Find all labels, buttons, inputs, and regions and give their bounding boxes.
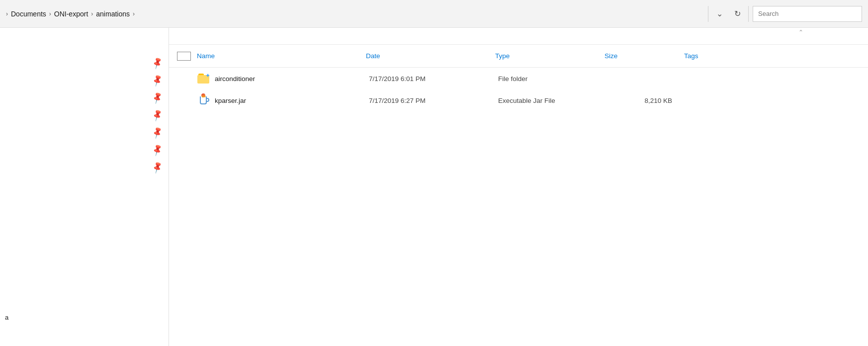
file-rows: ✦ airconditioner 7/17/2019 6:01 PM File … [169,68,868,346]
file-size-kparser: 8,210 KB [608,97,687,104]
file-area: ⌃ Name Date Type Size Tags ✦ [169,28,868,346]
file-type-kparser: Executable Jar File [498,97,608,104]
file-type-airconditioner: File folder [498,75,608,83]
top-bar-right: ⌄ ↻ [708,6,862,22]
pin-icon-3[interactable]: 📌 [150,90,165,105]
sort-up-arrow[interactable]: ⌃ [793,28,808,36]
pin-icon-7[interactable]: 📌 [150,160,165,174]
sort-header-area: ⌃ [169,28,868,45]
folder-icon: ✦ [197,72,210,85]
jar-icon [197,94,210,107]
top-bar: › Documents › ONI-export › animations › … [0,0,868,28]
separator [708,6,708,22]
breadcrumb: › Documents › ONI-export › animations › [6,10,708,18]
col-header-type[interactable]: Type [495,52,605,60]
breadcrumb-sep-start: › [6,10,8,17]
file-name-kparser: kparser.jar [215,97,369,104]
breadcrumb-sep-1: › [49,10,51,17]
file-date-airconditioner: 7/17/2019 6:01 PM [369,75,498,83]
separator-2 [748,6,749,22]
breadcrumb-sep-2: › [91,10,93,17]
search-input[interactable] [753,6,862,22]
table-row[interactable]: kparser.jar 7/17/2019 6:27 PM Executable… [169,89,868,111]
select-all-checkbox[interactable] [177,52,191,61]
address-dropdown-button[interactable]: ⌄ [712,7,726,21]
pin-icon-5[interactable]: 📌 [150,125,165,140]
sidebar-label: a [5,314,8,321]
file-name-airconditioner: airconditioner [215,75,369,83]
file-date-kparser: 7/17/2019 6:27 PM [369,97,498,104]
column-headers: Name Date Type Size Tags [169,45,868,68]
breadcrumb-item-documents[interactable]: Documents [11,10,46,18]
main-layout: 📌 📌 📌 📌 📌 📌 📌 a ⌃ Name Date Type Size Ta… [0,28,868,346]
pin-icon-4[interactable]: 📌 [150,108,165,122]
breadcrumb-item-oni-export[interactable]: ONI-export [54,10,88,18]
pin-icon-2[interactable]: 📌 [150,73,165,87]
col-header-tags[interactable]: Tags [684,52,698,60]
sidebar: 📌 📌 📌 📌 📌 📌 📌 a [0,28,169,346]
breadcrumb-sep-3: › [133,10,135,17]
breadcrumb-item-animations[interactable]: animations [96,10,130,18]
col-header-date[interactable]: Date [366,52,495,60]
pin-icon-1[interactable]: 📌 [150,56,165,70]
table-row[interactable]: ✦ airconditioner 7/17/2019 6:01 PM File … [169,68,868,89]
refresh-button[interactable]: ↻ [730,7,744,21]
col-header-name[interactable]: Name [197,52,366,60]
pin-list: 📌 📌 📌 📌 📌 📌 📌 [0,58,169,173]
col-header-size[interactable]: Size [605,52,684,60]
pin-icon-6[interactable]: 📌 [150,143,165,157]
